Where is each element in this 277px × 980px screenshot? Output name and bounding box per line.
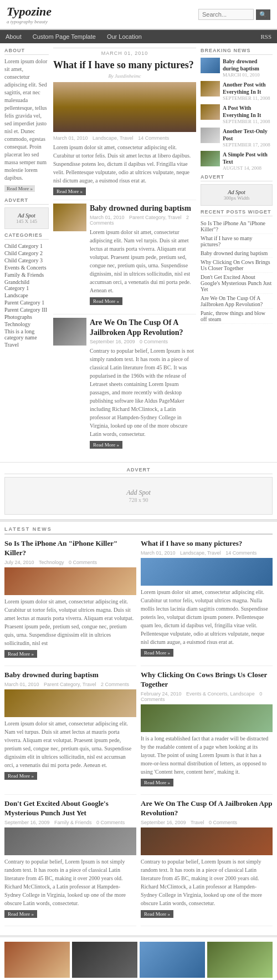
- cat-10[interactable]: Technology: [4, 321, 49, 328]
- news-text-2: Lorem ipsum dolor sit amet, consectetur …: [4, 719, 136, 769]
- news-thumb-2: [4, 689, 136, 717]
- post3-text: Contrary to popular belief, Lorem Ipsum …: [90, 347, 196, 438]
- logo: Typozine a typography beauty: [7, 4, 52, 24]
- news-text-0: Lorem ipsum dolor sit amet, consectetur …: [4, 597, 136, 647]
- cat-7[interactable]: Parent Category 1: [4, 299, 49, 306]
- news-item-3: Why Clicking On Cows Brings Us Closer To…: [141, 671, 273, 795]
- breaking-thumb-4: [201, 151, 220, 166]
- left-sidebar: ABOUT Lorem ipsum dolor sit amet, consec…: [4, 48, 49, 458]
- news-grid: So Is The iPhone An "iPhone Killer" Kill…: [4, 539, 273, 926]
- cat-11[interactable]: This is a long category name: [4, 328, 49, 341]
- news-title-5: Are We On The Cusp Of A Jailbroken App R…: [141, 799, 273, 818]
- breaking-date-1: SEPTEMBER 11, 2008: [223, 95, 273, 101]
- recent-1[interactable]: What if I have so many pictures?: [201, 234, 273, 249]
- recent-4[interactable]: Don't Get Excited About Google's Mysteri…: [201, 273, 273, 294]
- post2-thumb: [53, 204, 86, 231]
- post2-meta: March 01, 2010 Parent Category, Travel 2…: [90, 215, 196, 226]
- news-item-2: Baby drowned during baptism March 01, 20…: [4, 671, 136, 795]
- featured-title: What if I have so many pictures?: [53, 59, 196, 72]
- news-read-more-2[interactable]: Read More »: [4, 772, 37, 780]
- breaking-thumb-1: [201, 81, 220, 97]
- breaking-text-3: Another Text-Only Post SEPTEMBER 17, 200…: [223, 128, 273, 148]
- news-item-1: What if I have so many pictures? March 0…: [141, 539, 273, 666]
- cat-9[interactable]: Photographs: [4, 313, 49, 321]
- cat-1[interactable]: Child Category 2: [4, 250, 49, 257]
- news-meta-2: March 01, 2010 Parent Category, Travel 2…: [4, 682, 136, 687]
- nav-rss[interactable]: RSS: [255, 30, 277, 43]
- post3-meta: September 16, 2009 0 Comments: [90, 339, 196, 344]
- post2-read-more[interactable]: Read More »: [90, 297, 122, 305]
- about-read-more[interactable]: Read More »: [4, 185, 35, 192]
- news-item-0: So Is The iPhone An "iPhone Killer" Kill…: [4, 539, 136, 666]
- news-meta-1: March 01, 2010 Landscape, Travel 14 Comm…: [141, 550, 273, 556]
- recent-5[interactable]: Are We On The Cusp Of A Jailbroken App R…: [201, 294, 273, 309]
- search-input[interactable]: [198, 9, 254, 20]
- post1-read-more[interactable]: Read More »: [53, 187, 86, 195]
- feat-img-0: [4, 942, 70, 978]
- cat-5[interactable]: Grandchild Category 1: [4, 278, 49, 292]
- breaking-thumb-0: [201, 58, 220, 73]
- cat-12[interactable]: Travel: [4, 341, 49, 348]
- breaking-item-0: Baby drowned during baptism MARCH 01, 20…: [201, 58, 273, 78]
- cat-8[interactable]: Parent Category III: [4, 306, 49, 313]
- post3-read-more[interactable]: Read More »: [90, 441, 122, 449]
- news-read-more-5[interactable]: Read More »: [141, 910, 173, 918]
- breaking-text-2: A Post With Everything In It SEPTEMBER 1…: [223, 104, 273, 124]
- content-wrapper: ABOUT Lorem ipsum dolor sit amet, consec…: [0, 43, 277, 462]
- advert-right-title: ADVERT: [201, 174, 273, 181]
- news-title-0: So Is The iPhone An "iPhone Killer" Kill…: [4, 539, 136, 558]
- cat-0[interactable]: Child Category 1: [4, 242, 49, 250]
- cat-6[interactable]: Landscape: [4, 292, 49, 299]
- post1-comments: 14 Comments: [138, 135, 169, 141]
- news-read-more-4[interactable]: Read More »: [4, 910, 37, 918]
- feat-col-2: TRAVEL What if I have so many pictures? …: [140, 942, 205, 981]
- latest-news-section: LATEST NEWS So Is The iPhone An "iPhone …: [0, 522, 277, 935]
- recent-3[interactable]: Why Clicking On Cows Brings Us Closer To…: [201, 258, 273, 273]
- recent-posts-title: RECENT POSTS WIDGET: [201, 209, 273, 216]
- site-subtitle: a typography beauty: [7, 19, 52, 24]
- cat-2[interactable]: Child Category 3: [4, 257, 49, 264]
- ad-spot-right-label: Ad Spot: [203, 189, 270, 195]
- ad-spot-wide-label: Add Spot: [16, 489, 261, 497]
- news-thumb-3: [141, 704, 273, 732]
- news-thumb-4: [4, 827, 136, 855]
- breaking-date-4: AUGUST 14, 2008: [223, 165, 273, 171]
- about-text: Lorem ipsum dolor sit amet, consectetur …: [4, 58, 49, 182]
- search-button[interactable]: 🔍: [256, 9, 270, 20]
- breaking-date-0: MARCH 01, 2010: [223, 72, 273, 78]
- post2-text: Lorem ipsum dolor sit amet, consectetur …: [90, 228, 196, 294]
- news-meta-0: July 24, 2010 Technology 0 Comments: [4, 560, 136, 565]
- nav-location[interactable]: Our Location: [101, 30, 147, 43]
- search-form: 🔍: [198, 9, 270, 20]
- featured-image: [53, 82, 196, 132]
- news-thumb-0: [4, 567, 136, 595]
- breaking-text-4: A Simple Post with Text AUGUST 14, 2008: [223, 151, 273, 171]
- post3-comments: 0 Comments: [140, 339, 168, 344]
- recent-6[interactable]: Panic, throw things and blow off steam: [201, 309, 273, 324]
- news-title-2: Baby drowned during baptism: [4, 671, 136, 680]
- nav-custom-page[interactable]: Custom Page Template: [27, 30, 101, 43]
- cat-3[interactable]: Events & Concerts: [4, 264, 49, 271]
- categories-section-title: CATEGORIES: [4, 232, 49, 240]
- recent-0[interactable]: So Is The iPhone An "iPhone Killer"?: [201, 219, 273, 234]
- breaking-title-4: A Simple Post with Text: [223, 151, 273, 165]
- post2-content: Baby drowned during baptism March 01, 20…: [90, 204, 196, 309]
- news-read-more-3[interactable]: Read More »: [141, 779, 173, 786]
- cat-4[interactable]: Family & Friends: [4, 271, 49, 278]
- news-read-more-0[interactable]: Read More »: [4, 650, 37, 658]
- news-text-1: Lorem ipsum dolor sit amet, consectetur …: [141, 588, 273, 646]
- feat-img-1: [72, 942, 137, 978]
- breaking-item-4: A Simple Post with Text AUGUST 14, 2008: [201, 151, 273, 171]
- news-meta-4: September 16, 2009 Family & Friends 0 Co…: [4, 820, 136, 825]
- latest-news-title: LATEST NEWS: [4, 526, 273, 535]
- nav-about[interactable]: About: [0, 30, 27, 43]
- categories-list: Child Category 1 Child Category 2 Child …: [4, 242, 49, 348]
- news-meta-3: February 24, 2010 Events & Concerts, Lan…: [141, 691, 273, 702]
- post1-cat: Landscape, Travel: [93, 135, 134, 141]
- advert-section-title: ADVERT: [4, 197, 49, 205]
- news-title-4: Don't Get Excited About Google's Mysteri…: [4, 799, 136, 818]
- news-read-more-1[interactable]: Read More »: [141, 649, 173, 657]
- post2-date: March 01, 2010: [90, 215, 125, 220]
- recent-2[interactable]: Baby drowned during baptism: [201, 249, 273, 258]
- post1-date: March 01, 2010: [53, 135, 88, 141]
